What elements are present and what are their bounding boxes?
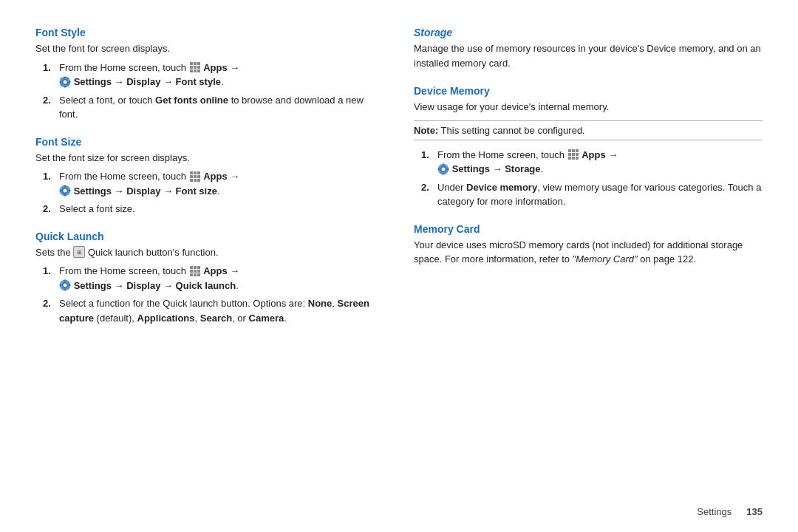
step-num: 2. xyxy=(43,296,55,325)
svg-rect-39 xyxy=(190,270,193,273)
svg-rect-7 xyxy=(194,69,197,72)
settings-icon xyxy=(437,163,449,175)
section-quick-launch: Quick Launch Sets the ⊞ Quick launch but… xyxy=(35,231,384,330)
svg-rect-28 xyxy=(197,179,200,182)
section-storage: Storage Manage the use of memory resourc… xyxy=(414,27,763,75)
settings-path-4: Settings → Storage xyxy=(452,163,541,174)
option-applications: Applications xyxy=(137,313,195,324)
note-label: Note: xyxy=(414,125,438,136)
device-memory-label: Device memory xyxy=(466,182,537,193)
apps-icon xyxy=(189,61,201,73)
svg-rect-58 xyxy=(568,157,571,160)
svg-rect-27 xyxy=(194,179,197,182)
font-style-desc: Set the font for screen displays. xyxy=(35,41,384,56)
svg-rect-51 xyxy=(69,284,71,286)
svg-rect-36 xyxy=(190,266,193,269)
font-style-step-2: 2. Select a font, or touch Get fonts onl… xyxy=(43,93,384,122)
svg-rect-34 xyxy=(60,190,62,191)
font-style-title: Font Style xyxy=(35,27,384,38)
font-size-step-2: 2. Select a font size. xyxy=(43,202,384,216)
step-content: Select a font size. xyxy=(59,202,384,216)
apps-label: Apps xyxy=(203,62,228,73)
option-camera: Camera xyxy=(249,313,284,324)
svg-point-47 xyxy=(64,284,67,287)
svg-rect-14 xyxy=(60,81,62,83)
svg-rect-33 xyxy=(64,194,66,197)
svg-rect-38 xyxy=(197,266,200,269)
memory-card-title: Memory Card xyxy=(414,223,763,235)
svg-rect-64 xyxy=(443,163,444,166)
settings-path-3: Settings → Display → Quick launch xyxy=(74,280,236,291)
apps-icon xyxy=(567,149,579,160)
note-text: This setting cannot be configured. xyxy=(441,125,585,136)
section-device-memory: Device Memory View usage for your device… xyxy=(414,85,763,213)
step-content: From the Home screen, touch xyxy=(437,148,763,177)
svg-point-31 xyxy=(64,189,67,193)
font-size-desc: Set the font size for screen displays. xyxy=(35,151,384,166)
quick-launch-step-2: 2. Select a function for the Quick launc… xyxy=(43,296,384,325)
storage-title: Storage xyxy=(414,27,763,38)
svg-rect-37 xyxy=(194,266,197,269)
footer-label: Settings xyxy=(697,506,732,517)
apps-label: Apps xyxy=(203,171,228,182)
memory-card-desc: Your device uses microSD memory cards (n… xyxy=(414,238,763,267)
svg-rect-54 xyxy=(576,149,579,152)
step-content: From the Home screen, touch xyxy=(59,61,384,89)
font-style-steps: 1. From the Home screen, touch xyxy=(35,61,384,122)
svg-point-63 xyxy=(442,167,446,171)
option-none: None xyxy=(308,298,332,309)
font-size-title: Font Size xyxy=(35,136,384,148)
step-num: 1. xyxy=(43,169,55,198)
svg-rect-20 xyxy=(190,171,193,174)
step-num: 2. xyxy=(43,202,55,216)
svg-rect-1 xyxy=(194,62,197,65)
settings-icon xyxy=(59,279,71,291)
footer-page: 135 xyxy=(746,506,763,517)
section-memory-card: Memory Card Your device uses microSD mem… xyxy=(414,223,763,271)
svg-rect-57 xyxy=(576,153,579,156)
step-content: From the Home screen, touch xyxy=(59,264,384,293)
get-fonts-label: Get fonts online xyxy=(155,95,228,106)
step-content: Select a font, or touch Get fonts online… xyxy=(59,93,384,122)
step-num: 1. xyxy=(421,148,433,177)
svg-rect-6 xyxy=(190,69,193,72)
svg-rect-65 xyxy=(443,172,444,174)
quick-launch-desc: Sets the ⊞ Quick launch button's functio… xyxy=(35,245,384,260)
quick-launch-step-1: 1. From the Home screen, touch xyxy=(43,264,384,293)
apps-icon xyxy=(189,171,201,183)
font-size-step-1: 1. From the Home screen, touch xyxy=(43,169,384,198)
step-num: 1. xyxy=(43,61,55,89)
quick-launch-title: Quick Launch xyxy=(35,231,384,242)
svg-rect-43 xyxy=(194,273,197,276)
device-memory-title: Device Memory xyxy=(414,85,763,97)
svg-rect-56 xyxy=(572,153,575,156)
svg-rect-40 xyxy=(194,270,197,273)
svg-rect-2 xyxy=(197,62,200,65)
step-content: From the Home screen, touch xyxy=(59,169,384,198)
svg-rect-49 xyxy=(64,289,66,291)
svg-rect-60 xyxy=(576,157,579,160)
quick-launch-steps: 1. From the Home screen, touch xyxy=(35,264,384,325)
svg-rect-67 xyxy=(447,168,449,170)
device-memory-steps: 1. From the Home screen, touch xyxy=(414,148,763,209)
footer: Settings 135 xyxy=(697,506,763,517)
option-search: Search xyxy=(200,313,232,324)
svg-rect-59 xyxy=(572,157,575,160)
svg-rect-21 xyxy=(194,171,197,174)
settings-icon xyxy=(59,185,71,197)
svg-rect-48 xyxy=(64,280,66,282)
svg-rect-42 xyxy=(190,273,193,276)
svg-rect-55 xyxy=(568,153,571,156)
svg-rect-13 xyxy=(64,85,66,87)
section-font-size: Font Size Set the font size for screen d… xyxy=(35,136,384,220)
step-content: Select a function for the Quick launch b… xyxy=(59,296,384,325)
svg-rect-52 xyxy=(568,149,571,152)
svg-rect-3 xyxy=(190,66,193,69)
svg-rect-0 xyxy=(190,62,193,65)
font-style-step-1: 1. From the Home screen, touch xyxy=(43,61,384,89)
svg-rect-66 xyxy=(438,168,440,170)
svg-rect-53 xyxy=(572,149,575,152)
svg-rect-44 xyxy=(197,273,200,276)
svg-point-11 xyxy=(64,80,67,83)
quicklaunch-icon: ⊞ xyxy=(73,246,85,258)
